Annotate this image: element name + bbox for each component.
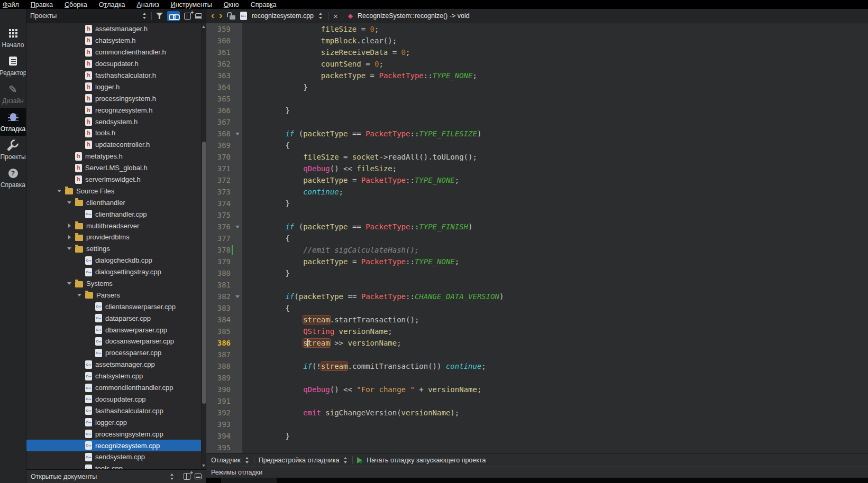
start-debugging-label[interactable]: Начать отладку запускающего проекта — [367, 457, 486, 464]
line-number[interactable]: 363 — [206, 70, 242, 81]
tree-item-chatsystem.h[interactable]: hchatsystem.h — [26, 35, 206, 47]
menu-item-Окно[interactable]: Окно — [218, 0, 245, 9]
line-number[interactable]: 367 — [206, 116, 242, 128]
forward-icon[interactable]: › — [219, 10, 222, 20]
tree-item-logger.h[interactable]: hlogger.h — [26, 81, 206, 92]
tree-item-sendsystem.cpp[interactable]: C++sendsystem.cpp — [26, 451, 206, 463]
collapse-arrow-icon[interactable] — [67, 201, 71, 204]
menu-item-Справка[interactable]: Справка — [245, 0, 282, 9]
tree-item-dbanswerparser.cpp[interactable]: C++dbanswerparser.cpp — [26, 324, 206, 336]
expand-arrow-icon[interactable] — [68, 224, 71, 228]
close-panel-icon[interactable] — [195, 13, 202, 19]
line-number[interactable]: 393 — [206, 419, 242, 430]
tree-item-settings[interactable]: settings — [26, 243, 206, 255]
tree-item-dataparser.cpp[interactable]: C++dataparser.cpp — [26, 312, 206, 324]
line-number[interactable]: 394 — [206, 430, 242, 442]
document-dropdown-icon[interactable] — [318, 13, 323, 19]
menu-item-Отладка[interactable]: Отладка — [93, 0, 131, 9]
fold-arrow-icon[interactable] — [235, 226, 240, 228]
line-number[interactable]: 362 — [206, 58, 242, 70]
filter-icon[interactable] — [156, 13, 163, 19]
line-number[interactable]: 377 — [206, 233, 242, 244]
tree-item-multithreadserver[interactable]: multithreadserver — [26, 220, 206, 231]
mode-item-document[interactable]: Редактор — [0, 52, 26, 80]
tree-item-metatypes.h[interactable]: hmetatypes.h — [26, 151, 206, 162]
tree-item-dialogsettingstray.cpp[interactable]: C++dialogsettingstray.cpp — [26, 266, 206, 278]
menu-item-Сборка[interactable]: Сборка — [59, 0, 93, 9]
tree-item-docsanswerparser.cpp[interactable]: C++docsanswerparser.cpp — [26, 336, 206, 347]
line-number[interactable]: 390 — [206, 384, 242, 395]
collapse-arrow-icon[interactable] — [67, 247, 71, 250]
line-number[interactable]: 391 — [206, 395, 242, 407]
tree-item-logger.cpp[interactable]: C++logger.cpp — [26, 416, 206, 428]
start-debugging-icon[interactable] — [357, 457, 362, 463]
collapse-arrow-icon[interactable] — [67, 282, 71, 285]
tree-item-clientanswerparser.cpp[interactable]: C++clientanswerparser.cpp — [26, 301, 206, 312]
line-number[interactable]: 395 — [206, 442, 242, 453]
close-document-icon[interactable]: × — [333, 12, 338, 20]
tree-item-providerdblms[interactable]: providerdblms — [26, 231, 206, 243]
tree-item-tools.cpp[interactable]: C++tools.cpp — [26, 463, 206, 469]
line-number[interactable]: 381 — [206, 279, 242, 291]
line-number[interactable]: 365 — [206, 93, 242, 105]
line-number[interactable]: 369 — [206, 140, 242, 151]
tree-item-tools.h[interactable]: htools.h — [26, 127, 206, 139]
preset-dropdown-icon[interactable] — [343, 457, 348, 463]
close-panel-icon[interactable] — [195, 473, 202, 479]
tree-item-updatecontroller.h[interactable]: hupdatecontroller.h — [26, 139, 206, 151]
panel-selector-dropdown-icon[interactable] — [170, 473, 175, 480]
tree-item-serverlmswidget.h[interactable]: hserverlmswidget.h — [26, 174, 206, 185]
tree-item-processingsystem.h[interactable]: hprocessingsystem.h — [26, 92, 206, 104]
tree-item-commonclienthandler.h[interactable]: hcommonclienthandler.h — [26, 47, 206, 58]
tree-item-assetsmanager.cpp[interactable]: C++assetsmanager.cpp — [26, 359, 206, 370]
line-number[interactable]: 375 — [206, 209, 242, 221]
debugger-dropdown-icon[interactable] — [245, 457, 250, 463]
split-panel-icon[interactable] — [184, 473, 190, 480]
line-number[interactable]: 359 — [206, 23, 242, 35]
tree-item-chatsystem.cpp[interactable]: C++chatsystem.cpp — [26, 370, 206, 382]
line-number[interactable]: 385 — [206, 326, 242, 337]
project-tree[interactable]: hassetsmanager.hhchatsystem.hhcommonclie… — [26, 23, 206, 469]
line-number[interactable]: 360 — [206, 35, 242, 47]
collapse-arrow-icon[interactable] — [57, 190, 61, 192]
line-number[interactable]: 379 — [206, 256, 242, 267]
expand-arrow-icon[interactable] — [68, 235, 71, 239]
tree-item-docsupdater.h[interactable]: hdocsupdater.h — [26, 58, 206, 70]
tree-item-clienthandler.cpp[interactable]: C++clienthandler.cpp — [26, 208, 206, 220]
tree-item-processingsystem.cpp[interactable]: C++processingsystem.cpp — [26, 428, 206, 440]
collapse-arrow-icon[interactable] — [77, 294, 81, 296]
debugger-selector-label[interactable]: Отладчик — [211, 457, 241, 464]
code-content[interactable]: fileSize = 0; tmpBlock.clear(); sizeRece… — [242, 23, 868, 453]
tree-item-Parsers[interactable]: Parsers — [26, 289, 206, 301]
line-number[interactable]: 373 — [206, 186, 242, 198]
tree-item-dialogcheckdb.cpp[interactable]: C++dialogcheckdb.cpp — [26, 255, 206, 266]
menu-item-Правка[interactable]: Правка — [25, 0, 59, 9]
current-symbol-label[interactable]: RecognizeSystem::recognize() -> void — [358, 12, 470, 20]
tree-item-fasthashcalculator.cpp[interactable]: C++fasthashcalculator.cpp — [26, 405, 206, 416]
split-panel-icon[interactable] — [184, 13, 191, 20]
line-number[interactable]: 380 — [206, 267, 242, 279]
mode-item-grid[interactable]: Начало — [0, 24, 26, 52]
line-number[interactable]: 370 — [206, 151, 242, 163]
fold-arrow-icon[interactable] — [235, 295, 240, 298]
open-file-name[interactable]: recognizesystem.cpp — [252, 12, 314, 20]
tree-item-recognizesystem.h[interactable]: hrecognizesystem.h — [26, 104, 206, 116]
scroll-up-icon[interactable] — [202, 25, 205, 28]
tree-item-Systems[interactable]: Systems — [26, 278, 206, 290]
line-number[interactable]: 384 — [206, 314, 242, 326]
scrollbar-thumb[interactable] — [202, 142, 206, 404]
line-number[interactable]: 361 — [206, 47, 242, 58]
tree-item-recognizesystem.cpp[interactable]: C++recognizesystem.cpp — [26, 440, 206, 451]
tree-item-assetsmanager.h[interactable]: hassetsmanager.h — [26, 23, 206, 35]
line-number[interactable]: 378 — [206, 244, 242, 256]
mode-item-bug[interactable]: Отладка — [0, 108, 26, 136]
line-number[interactable]: 392 — [206, 407, 242, 419]
line-number[interactable]: 376 — [206, 221, 242, 233]
menu-item-Инструменты[interactable]: Инструменты — [165, 0, 218, 9]
tree-item-processparser.cpp[interactable]: C++processparser.cpp — [26, 347, 206, 359]
tree-item-Source Files[interactable]: Source Files — [26, 185, 206, 197]
line-number[interactable]: 388 — [206, 360, 242, 372]
tree-item-fasthashcalculator.h[interactable]: hfasthashcalculator.h — [26, 70, 206, 81]
tree-scrollbar[interactable] — [201, 23, 206, 469]
fold-arrow-icon[interactable] — [235, 133, 240, 135]
